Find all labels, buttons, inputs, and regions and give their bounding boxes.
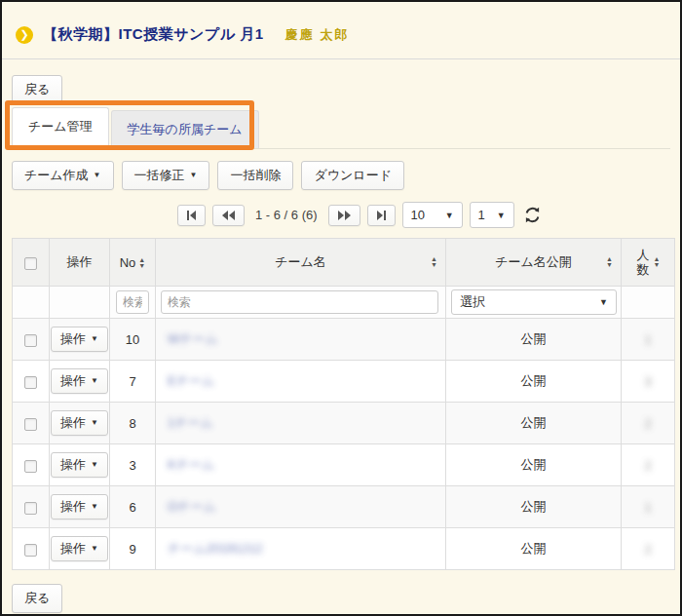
caret-down-icon: ▼	[497, 211, 506, 220]
row-checkbox[interactable]	[24, 460, 37, 473]
row-no: 3	[110, 444, 156, 486]
row-checkbox[interactable]	[24, 376, 37, 389]
prev-page-icon	[222, 211, 235, 220]
row-visibility: 公開	[446, 403, 622, 444]
tab-bar: チーム管理 学生毎の所属チーム	[12, 110, 670, 149]
back-button-bottom[interactable]: 戻る	[12, 584, 62, 613]
row-action-button[interactable]: 操作▼	[51, 494, 108, 520]
filter-no-input[interactable]	[116, 290, 149, 314]
page-size-select[interactable]: 10 ▼	[402, 202, 463, 228]
row-action-button[interactable]: 操作▼	[51, 368, 108, 394]
column-header-action: 操作	[50, 239, 110, 287]
row-member-count: 2	[644, 458, 651, 473]
column-visibility-label: チーム名公開	[495, 254, 572, 269]
create-team-label: チーム作成	[24, 167, 89, 184]
team-name-link[interactable]: Eチーム	[168, 373, 214, 388]
toolbar: チーム作成 ▼ 一括修正 ▼ 一括削除 ダウンロード	[12, 161, 670, 190]
row-member-count: 1	[644, 500, 651, 515]
row-visibility: 公開	[446, 319, 622, 361]
page-header: ❯ 【秋学期】ITC授業サンプル 月1 慶應 太郎	[2, 2, 680, 59]
create-team-button[interactable]: チーム作成 ▼	[12, 161, 114, 190]
last-page-button[interactable]	[367, 205, 396, 226]
row-checkbox[interactable]	[24, 334, 37, 347]
caret-down-icon: ▼	[445, 211, 454, 220]
caret-down-icon: ▼	[94, 172, 101, 179]
filter-visibility-select[interactable]: 選択 ▼	[451, 289, 617, 315]
last-page-icon	[377, 211, 386, 220]
row-no: 6	[110, 486, 156, 528]
team-name-link[interactable]: Kチーム	[168, 457, 214, 472]
caret-down-icon: ▼	[91, 377, 98, 385]
row-no: 8	[110, 403, 156, 444]
sort-icon: ▲▼	[654, 256, 661, 268]
row-action-button[interactable]: 操作▼	[51, 410, 108, 436]
row-member-count: 2	[644, 416, 651, 431]
row-visibility: 公開	[446, 486, 622, 528]
table-row: 操作▼ 9 チーム20191212 公開 2	[13, 528, 675, 570]
first-page-button[interactable]	[177, 205, 206, 226]
row-no: 9	[110, 528, 156, 570]
row-member-count: 1	[644, 332, 651, 347]
chevron-circle-icon: ❯	[16, 26, 33, 44]
row-visibility: 公開	[446, 361, 622, 403]
row-visibility: 公開	[446, 444, 622, 486]
caret-down-icon: ▼	[91, 419, 98, 427]
row-no: 7	[110, 361, 156, 403]
row-action-button[interactable]: 操作▼	[51, 327, 108, 352]
caret-down-icon: ▼	[190, 172, 198, 179]
teams-table: 操作 No▲▼ チーム名 ▲▼ チーム名公開 ▲▼ 人数▲▼	[12, 238, 675, 570]
visibility-select-value: 選択	[460, 293, 485, 311]
caret-down-icon: ▼	[91, 335, 98, 343]
column-count-label: 人数	[636, 248, 651, 277]
app-window: ❯ 【秋学期】ITC授業サンプル 月1 慶應 太郎 戻る チーム管理 学生毎の所…	[0, 0, 682, 616]
next-page-button[interactable]	[328, 205, 360, 226]
first-page-icon	[187, 211, 196, 220]
row-no: 10	[110, 319, 156, 361]
bulk-edit-button[interactable]: 一括修正 ▼	[122, 161, 210, 190]
filter-team-name-input[interactable]	[161, 290, 438, 314]
refresh-button[interactable]	[523, 206, 542, 224]
row-action-button[interactable]: 操作▼	[51, 536, 108, 561]
team-name-link[interactable]: Oチーム	[168, 499, 216, 514]
row-checkbox[interactable]	[24, 418, 37, 431]
tab-team-management[interactable]: チーム管理	[12, 107, 109, 149]
table-row: 操作▼ 7 Eチーム 公開 3	[13, 361, 675, 403]
column-name-label: チーム名	[275, 254, 326, 269]
sort-icon: ▲▼	[606, 256, 613, 268]
caret-down-icon: ▼	[91, 503, 98, 511]
column-header-count[interactable]: 人数▲▼	[622, 239, 675, 287]
caret-down-icon: ▼	[599, 297, 608, 307]
team-name-link[interactable]: チーム20191212	[168, 541, 262, 556]
tab-student-teams[interactable]: 学生毎の所属チーム	[111, 110, 259, 148]
page-size-value: 10	[411, 208, 425, 222]
refresh-icon	[523, 206, 542, 224]
row-member-count: 3	[644, 374, 651, 389]
download-button[interactable]: ダウンロード	[301, 161, 404, 190]
table-row: 操作▼ 3 Kチーム 公開 2	[13, 444, 675, 486]
table-row: 操作▼ 6 Oチーム 公開 1	[13, 486, 675, 528]
pagination-range: 1 - 6 / 6 (6)	[255, 208, 318, 222]
bulk-delete-button[interactable]: 一括削除	[217, 161, 293, 190]
row-visibility: 公開	[446, 528, 622, 570]
back-button-top[interactable]: 戻る	[12, 75, 62, 104]
page-number-value: 1	[478, 208, 485, 222]
sort-icon: ▲▼	[431, 256, 437, 268]
row-checkbox[interactable]	[24, 502, 37, 515]
row-action-button[interactable]: 操作▼	[51, 452, 108, 478]
row-checkbox[interactable]	[24, 544, 37, 557]
page-number-select[interactable]: 1 ▼	[470, 202, 514, 228]
table-header-row: 操作 No▲▼ チーム名 ▲▼ チーム名公開 ▲▼ 人数▲▼	[13, 239, 675, 287]
column-header-visibility[interactable]: チーム名公開 ▲▼	[446, 239, 622, 287]
column-header-team-name[interactable]: チーム名 ▲▼	[156, 239, 446, 287]
team-name-link[interactable]: 1チーム	[168, 415, 213, 430]
team-name-link[interactable]: Wチーム	[168, 331, 218, 346]
pagination: 1 - 6 / 6 (6) 10 ▼ 1 ▼	[177, 202, 670, 228]
prev-page-button[interactable]	[212, 205, 245, 226]
table-row: 操作▼ 10 Wチーム 公開 1	[13, 319, 675, 361]
filter-row: 選択 ▼	[13, 287, 675, 319]
bulk-edit-label: 一括修正	[134, 167, 185, 184]
page-title: 【秋学期】ITC授業サンプル 月1	[43, 25, 264, 44]
column-header-no[interactable]: No▲▼	[110, 239, 156, 287]
select-all-checkbox[interactable]	[24, 257, 37, 270]
caret-down-icon: ▼	[91, 545, 98, 553]
